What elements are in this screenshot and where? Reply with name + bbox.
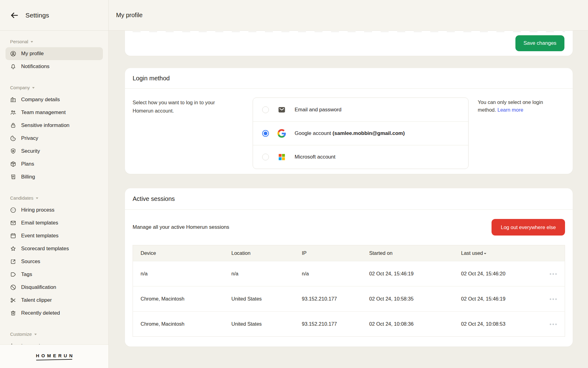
logout-everywhere-button[interactable]: Log out everywhere else — [492, 219, 565, 236]
sidebar-item-hiring-process[interactable]: Hiring process — [6, 204, 103, 217]
sidebar-item-security[interactable]: Security — [6, 145, 103, 158]
column-header-text: Last used — [461, 250, 483, 256]
column-header-last-used[interactable]: Last used — [454, 245, 540, 261]
sidebar-item-label: My profile — [21, 51, 44, 57]
main-area: My profile Save changes Login method Sel… — [109, 0, 588, 368]
login-options-group: Email and passwordGoogle account (samlee… — [253, 98, 469, 169]
sidebar-item-label: Event templates — [21, 233, 58, 239]
column-header-text: IP — [302, 250, 307, 256]
sidebar-item-sources[interactable]: Sources — [6, 255, 103, 268]
session-cell: n/a — [294, 261, 362, 286]
session-actions-cell — [540, 261, 565, 286]
sidebar-item-label: Recently deleted — [21, 310, 60, 316]
section-label-text: Personal — [10, 39, 28, 44]
sidebar-item-team-management[interactable]: Team management — [6, 106, 103, 119]
calendar-icon — [10, 232, 17, 239]
section-label-text: Company — [10, 85, 30, 90]
sidebar-item-sensitive-information[interactable]: Sensitive information — [6, 119, 103, 132]
column-header-text: Started on — [369, 250, 393, 256]
sidebar-item-event-templates[interactable]: Event templates — [6, 229, 103, 242]
column-header-started-on[interactable]: Started on — [362, 245, 454, 261]
login-method-body: Select how you want to log in to your Ho… — [125, 89, 573, 174]
save-changes-button[interactable]: Save changes — [515, 35, 564, 51]
sessions-intro-row: Manage all your active Homerun sessions … — [133, 210, 565, 245]
session-cell: 93.152.210.177 — [294, 312, 362, 337]
section-label-personal[interactable]: Personal — [6, 39, 103, 44]
ban-icon — [10, 284, 17, 291]
learn-more-link[interactable]: Learn more — [497, 107, 523, 113]
page-header: My profile — [109, 0, 588, 31]
login-option-google-account[interactable]: Google account (samlee.mobbin@gmail.com) — [253, 121, 468, 145]
row-menu-button[interactable] — [548, 296, 559, 302]
envelope-icon — [10, 220, 17, 226]
chevron-down-icon — [34, 334, 37, 335]
sidebar-item-disqualification[interactable]: Disqualification — [6, 281, 103, 294]
radio-google-account-selected[interactable] — [262, 130, 269, 137]
sidebar-item-label: Privacy — [21, 135, 38, 141]
sidebar-item-company-details[interactable]: Company details — [6, 93, 103, 106]
section-label-company[interactable]: Company — [6, 85, 103, 90]
login-option-email-and-password[interactable]: Email and password — [253, 98, 468, 121]
profile-card-clipped: Save changes — [125, 31, 573, 56]
lock-icon — [10, 122, 17, 129]
sidebar-item-notifications[interactable]: Notifications — [6, 60, 103, 73]
page-title: My profile — [116, 12, 143, 19]
session-cell: Chrome, Macintosh — [133, 286, 224, 312]
sidebar-nav: PersonalMy profileNotificationsCompanyCo… — [0, 31, 108, 344]
column-header-location[interactable]: Location — [224, 245, 294, 261]
arrow-left-icon — [10, 11, 19, 20]
session-cell: 93.152.210.177 — [294, 286, 362, 312]
session-cell: n/a — [224, 261, 294, 286]
sidebar-item-plans[interactable]: Plans — [6, 158, 103, 171]
login-option-label: Email and password — [295, 107, 341, 113]
column-header-text: Location — [232, 250, 251, 256]
sidebar-item-recently-deleted[interactable]: Recently deleted — [6, 307, 103, 320]
users-icon — [10, 109, 17, 116]
session-actions-cell — [540, 286, 565, 312]
sidebar-item-label: Talent clipper — [21, 297, 52, 303]
section-label-candidates[interactable]: Candidates — [6, 195, 103, 201]
radio-microsoft-account[interactable] — [262, 154, 269, 160]
email-filled-icon — [277, 105, 286, 114]
column-header-device[interactable]: Device — [133, 245, 224, 261]
trash-icon — [10, 310, 17, 316]
sidebar-item-label: Security — [21, 148, 40, 154]
sidebar-item-tags[interactable]: Tags — [6, 268, 103, 281]
sidebar-item-my-profile[interactable]: My profile — [6, 47, 103, 60]
smiley-icon — [10, 207, 17, 213]
cookie-icon — [10, 135, 17, 142]
column-header-text: Device — [141, 250, 156, 256]
session-cell: 02 Oct 24, 10:58:35 — [362, 286, 454, 312]
user-circle-icon — [10, 50, 17, 57]
sidebar-item-integrations[interactable]: Integrations — [6, 340, 103, 344]
column-header-ip[interactable]: IP — [294, 245, 362, 261]
import-icon — [10, 258, 17, 265]
session-cell: United States — [224, 286, 294, 312]
sidebar-item-scorecard-templates[interactable]: Scorecard templates — [6, 242, 103, 255]
session-row: n/an/an/a02 Oct 24, 15:46:1902 Oct 24, 1… — [133, 261, 565, 286]
sidebar-item-label: Scorecard templates — [21, 246, 69, 252]
sidebar-item-email-templates[interactable]: Email templates — [6, 217, 103, 229]
package-icon — [10, 161, 17, 167]
sidebar-item-billing[interactable]: Billing — [6, 171, 103, 183]
session-row: Chrome, MacintoshUnited States93.152.210… — [133, 286, 565, 312]
sidebar-item-talent-clipper[interactable]: Talent clipper — [6, 294, 103, 307]
back-button[interactable] — [9, 10, 20, 21]
sidebar-item-label: Disqualification — [21, 284, 56, 290]
session-actions-cell — [540, 312, 565, 337]
radio-email-and-password[interactable] — [262, 106, 269, 113]
microsoft-icon — [277, 153, 286, 161]
login-option-microsoft-account[interactable]: Microsoft account — [253, 145, 468, 169]
section-label-customize[interactable]: Customize — [6, 331, 103, 337]
login-method-description: Select how you want to log in to your Ho… — [133, 98, 237, 115]
active-sessions-card: Active sessions Manage all your active H… — [125, 188, 573, 347]
scissors-icon — [10, 297, 17, 304]
active-sessions-title-row: Active sessions — [125, 188, 573, 210]
sidebar-item-privacy[interactable]: Privacy — [6, 132, 103, 145]
sidebar-item-label: Tags — [21, 271, 32, 278]
sessions-description: Manage all your active Homerun sessions — [133, 224, 229, 230]
session-cell: n/a — [133, 261, 224, 286]
row-menu-button[interactable] — [548, 321, 559, 328]
row-menu-button[interactable] — [548, 271, 559, 277]
sidebar-item-label: Sensitive information — [21, 122, 70, 128]
